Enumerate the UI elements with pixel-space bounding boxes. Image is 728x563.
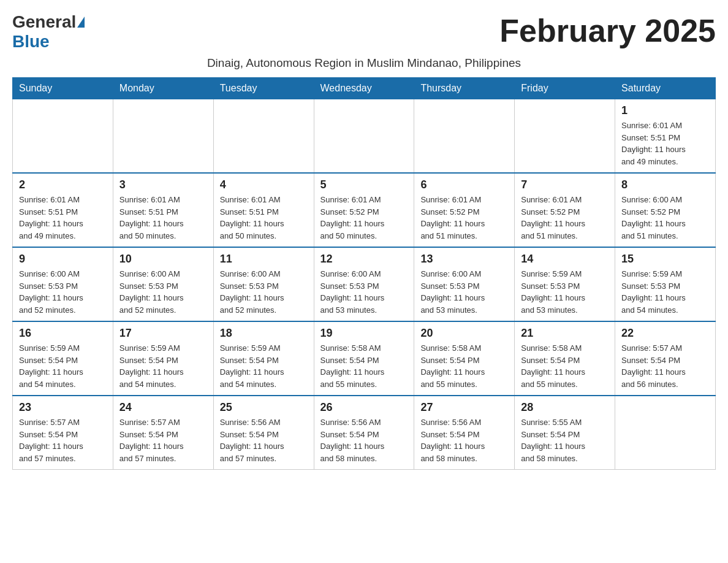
cell-day-number: 2 <box>19 178 107 191</box>
day-header-sunday: Sunday <box>13 78 113 99</box>
cell-day-info: Sunrise: 5:58 AM Sunset: 5:54 PM Dayligh… <box>420 342 508 390</box>
calendar-cell: 12Sunrise: 6:00 AM Sunset: 5:53 PM Dayli… <box>314 247 414 321</box>
cell-day-info: Sunrise: 6:00 AM Sunset: 5:52 PM Dayligh… <box>621 194 709 242</box>
calendar-cell <box>113 99 213 174</box>
cell-day-number: 4 <box>220 178 308 191</box>
cell-day-info: Sunrise: 5:59 AM Sunset: 5:54 PM Dayligh… <box>220 342 308 390</box>
cell-day-info: Sunrise: 5:58 AM Sunset: 5:54 PM Dayligh… <box>521 342 609 390</box>
day-header-saturday: Saturday <box>615 78 716 99</box>
calendar-cell: 28Sunrise: 5:55 AM Sunset: 5:54 PM Dayli… <box>515 396 615 470</box>
cell-day-info: Sunrise: 6:01 AM Sunset: 5:51 PM Dayligh… <box>119 194 207 242</box>
calendar-cell: 2Sunrise: 6:01 AM Sunset: 5:51 PM Daylig… <box>13 173 113 247</box>
cell-day-info: Sunrise: 5:56 AM Sunset: 5:54 PM Dayligh… <box>220 416 308 464</box>
calendar-cell: 16Sunrise: 5:59 AM Sunset: 5:54 PM Dayli… <box>13 321 113 396</box>
cell-day-number: 7 <box>521 178 609 191</box>
day-header-tuesday: Tuesday <box>213 78 314 99</box>
calendar-cell: 10Sunrise: 6:00 AM Sunset: 5:53 PM Dayli… <box>113 247 213 321</box>
calendar-cell: 23Sunrise: 5:57 AM Sunset: 5:54 PM Dayli… <box>13 396 113 470</box>
calendar-cell: 21Sunrise: 5:58 AM Sunset: 5:54 PM Dayli… <box>515 321 615 396</box>
calendar-cell: 22Sunrise: 5:57 AM Sunset: 5:54 PM Dayli… <box>615 321 716 396</box>
cell-day-number: 1 <box>621 104 709 117</box>
cell-day-info: Sunrise: 6:01 AM Sunset: 5:52 PM Dayligh… <box>320 194 408 242</box>
cell-day-number: 15 <box>621 253 709 266</box>
calendar-cell: 11Sunrise: 6:00 AM Sunset: 5:53 PM Dayli… <box>213 247 314 321</box>
cell-day-number: 23 <box>19 401 107 414</box>
cell-day-info: Sunrise: 5:57 AM Sunset: 5:54 PM Dayligh… <box>19 416 107 464</box>
cell-day-number: 8 <box>621 178 709 191</box>
calendar-cell: 14Sunrise: 5:59 AM Sunset: 5:53 PM Dayli… <box>515 247 615 321</box>
cell-day-number: 21 <box>521 327 609 340</box>
cell-day-info: Sunrise: 6:01 AM Sunset: 5:52 PM Dayligh… <box>420 194 508 242</box>
page-header: General Blue February 2025 <box>12 12 716 52</box>
logo-general: General <box>12 12 76 32</box>
calendar-cell <box>414 99 515 174</box>
cell-day-number: 22 <box>621 327 709 340</box>
cell-day-number: 12 <box>320 253 408 266</box>
cell-day-info: Sunrise: 5:58 AM Sunset: 5:54 PM Dayligh… <box>320 342 408 390</box>
calendar-cell: 27Sunrise: 5:56 AM Sunset: 5:54 PM Dayli… <box>414 396 515 470</box>
cell-day-number: 10 <box>119 253 207 266</box>
cell-day-number: 25 <box>220 401 308 414</box>
cell-day-info: Sunrise: 5:57 AM Sunset: 5:54 PM Dayligh… <box>621 342 709 390</box>
cell-day-number: 18 <box>220 327 308 340</box>
subtitle: Dinaig, Autonomous Region in Muslim Mind… <box>12 56 716 70</box>
cell-day-number: 6 <box>420 178 508 191</box>
calendar-cell: 26Sunrise: 5:56 AM Sunset: 5:54 PM Dayli… <box>314 396 414 470</box>
calendar-cell: 17Sunrise: 5:59 AM Sunset: 5:54 PM Dayli… <box>113 321 213 396</box>
cell-day-number: 28 <box>521 401 609 414</box>
cell-day-info: Sunrise: 5:56 AM Sunset: 5:54 PM Dayligh… <box>420 416 508 464</box>
cell-day-number: 17 <box>119 327 207 340</box>
logo: General Blue <box>12 12 85 52</box>
calendar-cell: 15Sunrise: 5:59 AM Sunset: 5:53 PM Dayli… <box>615 247 716 321</box>
calendar-cell <box>615 396 716 470</box>
cell-day-number: 9 <box>19 253 107 266</box>
calendar-cell: 1Sunrise: 6:01 AM Sunset: 5:51 PM Daylig… <box>615 99 716 174</box>
day-header-thursday: Thursday <box>414 78 515 99</box>
calendar-cell: 5Sunrise: 6:01 AM Sunset: 5:52 PM Daylig… <box>314 173 414 247</box>
cell-day-number: 3 <box>119 178 207 191</box>
cell-day-info: Sunrise: 5:59 AM Sunset: 5:54 PM Dayligh… <box>19 342 107 390</box>
cell-day-number: 20 <box>420 327 508 340</box>
calendar-cell: 24Sunrise: 5:57 AM Sunset: 5:54 PM Dayli… <box>113 396 213 470</box>
cell-day-number: 19 <box>320 327 408 340</box>
cell-day-info: Sunrise: 6:00 AM Sunset: 5:53 PM Dayligh… <box>19 268 107 316</box>
cell-day-number: 27 <box>420 401 508 414</box>
calendar-cell: 6Sunrise: 6:01 AM Sunset: 5:52 PM Daylig… <box>414 173 515 247</box>
calendar-cell <box>515 99 615 174</box>
cell-day-info: Sunrise: 6:00 AM Sunset: 5:53 PM Dayligh… <box>119 268 207 316</box>
calendar-cell <box>314 99 414 174</box>
cell-day-info: Sunrise: 6:01 AM Sunset: 5:51 PM Dayligh… <box>220 194 308 242</box>
calendar-week-row: 23Sunrise: 5:57 AM Sunset: 5:54 PM Dayli… <box>13 396 716 470</box>
calendar-cell: 4Sunrise: 6:01 AM Sunset: 5:51 PM Daylig… <box>213 173 314 247</box>
cell-day-info: Sunrise: 6:01 AM Sunset: 5:51 PM Dayligh… <box>621 120 709 167</box>
calendar-cell: 19Sunrise: 5:58 AM Sunset: 5:54 PM Dayli… <box>314 321 414 396</box>
calendar-week-row: 9Sunrise: 6:00 AM Sunset: 5:53 PM Daylig… <box>13 247 716 321</box>
day-header-wednesday: Wednesday <box>314 78 414 99</box>
cell-day-info: Sunrise: 6:00 AM Sunset: 5:53 PM Dayligh… <box>320 268 408 316</box>
calendar-cell: 9Sunrise: 6:00 AM Sunset: 5:53 PM Daylig… <box>13 247 113 321</box>
day-header-friday: Friday <box>515 78 615 99</box>
calendar-cell <box>213 99 314 174</box>
cell-day-info: Sunrise: 5:57 AM Sunset: 5:54 PM Dayligh… <box>119 416 207 464</box>
calendar-table: SundayMondayTuesdayWednesdayThursdayFrid… <box>12 77 716 470</box>
cell-day-number: 16 <box>19 327 107 340</box>
calendar-cell: 20Sunrise: 5:58 AM Sunset: 5:54 PM Dayli… <box>414 321 515 396</box>
calendar-cell: 18Sunrise: 5:59 AM Sunset: 5:54 PM Dayli… <box>213 321 314 396</box>
calendar-cell: 13Sunrise: 6:00 AM Sunset: 5:53 PM Dayli… <box>414 247 515 321</box>
cell-day-info: Sunrise: 6:00 AM Sunset: 5:53 PM Dayligh… <box>420 268 508 316</box>
month-title: February 2025 <box>499 12 716 49</box>
day-header-monday: Monday <box>113 78 213 99</box>
cell-day-info: Sunrise: 5:59 AM Sunset: 5:53 PM Dayligh… <box>621 268 709 316</box>
cell-day-info: Sunrise: 5:55 AM Sunset: 5:54 PM Dayligh… <box>521 416 609 464</box>
calendar-cell: 8Sunrise: 6:00 AM Sunset: 5:52 PM Daylig… <box>615 173 716 247</box>
logo-triangle-icon <box>77 17 85 28</box>
logo-blue: Blue <box>12 32 50 51</box>
cell-day-number: 24 <box>119 401 207 414</box>
calendar-cell <box>13 99 113 174</box>
cell-day-number: 14 <box>521 253 609 266</box>
calendar-week-row: 16Sunrise: 5:59 AM Sunset: 5:54 PM Dayli… <box>13 321 716 396</box>
cell-day-number: 13 <box>420 253 508 266</box>
cell-day-info: Sunrise: 6:00 AM Sunset: 5:53 PM Dayligh… <box>220 268 308 316</box>
cell-day-number: 26 <box>320 401 408 414</box>
calendar-header-row: SundayMondayTuesdayWednesdayThursdayFrid… <box>13 78 716 99</box>
